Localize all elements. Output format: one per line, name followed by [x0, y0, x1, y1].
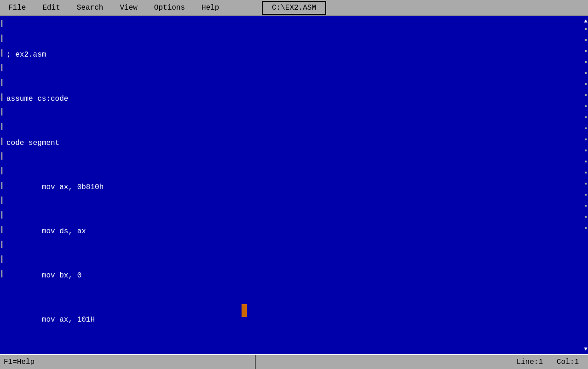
- status-help: F1=Help: [0, 358, 251, 366]
- gutter-mark: ║: [0, 266, 5, 281]
- gutter-mark: ║: [0, 178, 5, 193]
- scroll-indicator: [585, 83, 587, 85]
- gutter-mark: ║: [0, 16, 5, 31]
- scroll-indicator: [585, 105, 587, 107]
- app: File Edit Search View Options Help C:\EX…: [0, 0, 588, 369]
- title-bar: C:\EX2.ASM: [262, 1, 326, 15]
- scroll-track: [585, 24, 587, 346]
- gutter-mark: ║: [0, 31, 5, 46]
- status-position: Line:1 Col:1: [507, 358, 588, 366]
- menu-options[interactable]: Options: [146, 1, 193, 15]
- gutter-mark: ║: [0, 208, 5, 222]
- scroll-indicator: [585, 50, 587, 52]
- code-line-2: assume cs:code: [6, 92, 583, 106]
- menu-edit[interactable]: Edit: [34, 1, 68, 15]
- menu-search[interactable]: Search: [69, 1, 112, 15]
- scroll-indicator: [585, 61, 587, 63]
- scroll-indicator: [585, 39, 587, 41]
- editor-container[interactable]: ║ ║ ║ ║ ║ ║ ║ ║ ║ ║ ║ ║ ║ ║ ║ ║ ║ ║ ; ex…: [0, 16, 588, 354]
- gutter-mark: ║: [0, 193, 5, 208]
- menu-view[interactable]: View: [111, 1, 145, 15]
- code-line-4: mov ax, 0b810h: [6, 180, 583, 195]
- gutter-mark: ║: [0, 222, 5, 237]
- gutter-mark: ║: [0, 60, 5, 75]
- gutter-mark: ║: [0, 149, 5, 163]
- status-divider: [255, 355, 256, 369]
- gutter-mark: ║: [0, 75, 5, 90]
- gutter-mark: ║: [0, 163, 5, 178]
- gutter-mark: ║: [0, 134, 5, 149]
- code-line-7: mov ax, 101H: [6, 312, 583, 327]
- scroll-down-arrow[interactable]: ▼: [584, 346, 587, 352]
- scroll-indicator: [585, 227, 587, 229]
- scroll-indicator: [585, 28, 587, 30]
- scroll-indicator: [585, 172, 587, 173]
- text-cursor: [242, 304, 247, 317]
- scroll-indicator: [585, 72, 587, 74]
- gutter-mark: ║: [0, 90, 5, 104]
- gutter-mark: ║: [0, 252, 5, 266]
- editor-content[interactable]: ; ex2.asm assume cs:code code segment mo…: [5, 16, 583, 354]
- status-col: Col:1: [557, 358, 579, 366]
- code-line-1: ; ex2.asm: [6, 47, 583, 62]
- scroll-indicator: [585, 116, 587, 118]
- menu-help[interactable]: Help: [193, 1, 227, 15]
- code-line-6: mov bx, 0: [6, 268, 583, 283]
- scroll-indicator: [585, 194, 587, 196]
- code-line-3: code segment: [6, 136, 583, 150]
- gutter-mark: ║: [0, 46, 5, 60]
- line-gutter: ║ ║ ║ ║ ║ ║ ║ ║ ║ ║ ║ ║ ║ ║ ║ ║ ║ ║: [0, 16, 5, 354]
- scroll-indicator: [585, 138, 587, 140]
- scroll-indicator: [585, 205, 587, 207]
- gutter-mark: ║: [0, 237, 5, 252]
- gutter-mark: ║: [0, 119, 5, 134]
- scroll-indicator: [585, 94, 587, 96]
- scroll-indicator: [585, 183, 587, 184]
- status-line: Line:1: [516, 358, 543, 366]
- scroll-indicator: [585, 127, 587, 129]
- scroll-indicator: [585, 161, 587, 162]
- menubar: File Edit Search View Options Help C:\EX…: [0, 0, 588, 15]
- scroll-indicator: [585, 216, 587, 218]
- menu-file[interactable]: File: [0, 1, 34, 15]
- scroll-up-arrow[interactable]: ▲: [584, 18, 587, 24]
- statusbar: F1=Help Line:1 Col:1: [0, 354, 588, 369]
- code-line-5: mov ds, ax: [6, 224, 583, 239]
- right-scrollbar[interactable]: ▲ ▼: [583, 16, 588, 354]
- scroll-indicator: [585, 150, 587, 151]
- gutter-mark: ║: [0, 104, 5, 119]
